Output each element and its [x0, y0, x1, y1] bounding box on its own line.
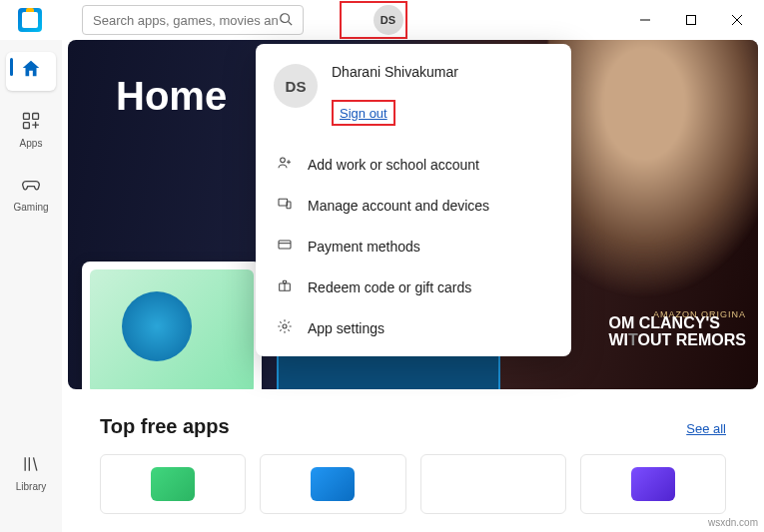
- menu-add-account[interactable]: Add work or school account: [256, 144, 571, 185]
- svg-rect-15: [279, 241, 291, 249]
- sidebar-item-home[interactable]: Home: [6, 52, 56, 91]
- sidebar-item-apps[interactable]: Apps: [6, 105, 56, 155]
- gear-icon: [276, 318, 294, 337]
- menu-label: Manage account and devices: [308, 198, 489, 214]
- profile-email-redacted: [332, 84, 553, 94]
- card-icon: [276, 237, 294, 256]
- sidebar-item-gaming[interactable]: Gaming: [6, 169, 56, 219]
- svg-point-12: [281, 158, 286, 163]
- menu-label: Redeem code or gift cards: [308, 279, 471, 295]
- svg-rect-13: [279, 199, 288, 206]
- menu-label: App settings: [308, 320, 384, 336]
- profile-name: Dharani Shivakumar: [332, 64, 553, 80]
- app-tile-icon: [631, 467, 675, 501]
- sidebar-item-label: Gaming: [13, 202, 48, 213]
- sign-out-link[interactable]: Sign out: [340, 106, 387, 121]
- app-card[interactable]: [260, 454, 405, 514]
- add-account-icon: [276, 155, 294, 174]
- close-button[interactable]: [714, 4, 760, 36]
- menu-label: Payment methods: [308, 239, 420, 255]
- devices-icon: [276, 196, 294, 215]
- svg-line-11: [34, 457, 37, 470]
- menu-redeem[interactable]: Redeem code or gift cards: [256, 266, 571, 307]
- carousel-prev-card[interactable]: [82, 262, 262, 389]
- profile-avatar: DS: [274, 64, 318, 108]
- svg-line-1: [288, 21, 292, 25]
- signout-highlight-box: Sign out: [332, 100, 395, 126]
- svg-rect-7: [33, 114, 39, 120]
- app-card[interactable]: [420, 454, 566, 514]
- maximize-button[interactable]: [668, 4, 714, 36]
- amazon-title: OM CLANCY'SWITOUT REMORS: [609, 314, 746, 349]
- profile-highlight-box: DS: [340, 1, 407, 39]
- home-icon: [20, 58, 42, 85]
- library-icon: [21, 454, 41, 479]
- sidebar-item-label: Library: [16, 481, 47, 492]
- top-free-apps-section: Top free apps See all: [62, 389, 764, 514]
- sidebar-item-label: Apps: [20, 138, 43, 149]
- sidebar: Home Apps Gaming Library: [0, 40, 62, 532]
- sidebar-item-library[interactable]: Library: [6, 448, 56, 498]
- menu-label: Add work or school account: [308, 157, 479, 173]
- gaming-icon: [21, 175, 41, 200]
- see-all-link[interactable]: See all: [686, 421, 726, 436]
- app-card[interactable]: [100, 454, 246, 514]
- app-card[interactable]: [580, 454, 726, 514]
- apps-icon: [21, 111, 41, 136]
- search-icon[interactable]: [279, 12, 293, 29]
- search-box[interactable]: [82, 5, 304, 35]
- svg-rect-8: [24, 123, 30, 129]
- minimize-button[interactable]: [622, 4, 668, 36]
- store-logo-icon: [18, 8, 42, 32]
- profile-button[interactable]: DS: [374, 5, 403, 35]
- svg-point-0: [280, 13, 289, 22]
- svg-point-19: [283, 324, 287, 328]
- hero-art: [548, 40, 758, 299]
- search-input[interactable]: [93, 13, 279, 28]
- titlebar: DS: [0, 0, 764, 40]
- app-tile-icon: [311, 467, 355, 501]
- gift-icon: [276, 277, 294, 296]
- menu-app-settings[interactable]: App settings: [256, 307, 571, 348]
- watermark: wsxdn.com: [708, 517, 758, 528]
- profile-dropdown: DS Dharani Shivakumar Sign out Add work …: [256, 44, 571, 356]
- window-controls: [622, 4, 760, 36]
- app-tile-icon: [151, 467, 195, 501]
- section-title: Top free apps: [100, 415, 230, 438]
- menu-manage-account[interactable]: Manage account and devices: [256, 185, 571, 226]
- menu-payment[interactable]: Payment methods: [256, 226, 571, 266]
- svg-rect-6: [24, 114, 30, 120]
- svg-rect-3: [687, 16, 696, 25]
